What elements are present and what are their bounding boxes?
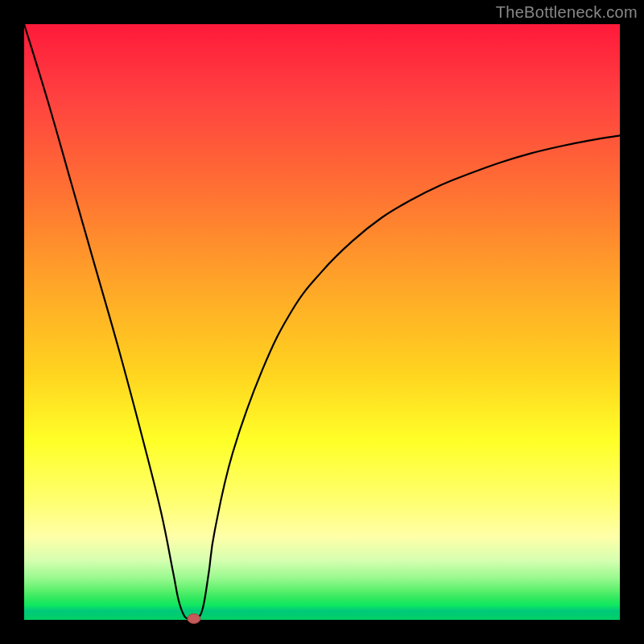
chart-frame: TheBottleneck.com xyxy=(0,0,644,644)
minimum-marker xyxy=(188,614,200,624)
chart-svg xyxy=(24,24,620,620)
watermark-text: TheBottleneck.com xyxy=(496,3,638,22)
bottleneck-curve-path xyxy=(24,24,620,619)
